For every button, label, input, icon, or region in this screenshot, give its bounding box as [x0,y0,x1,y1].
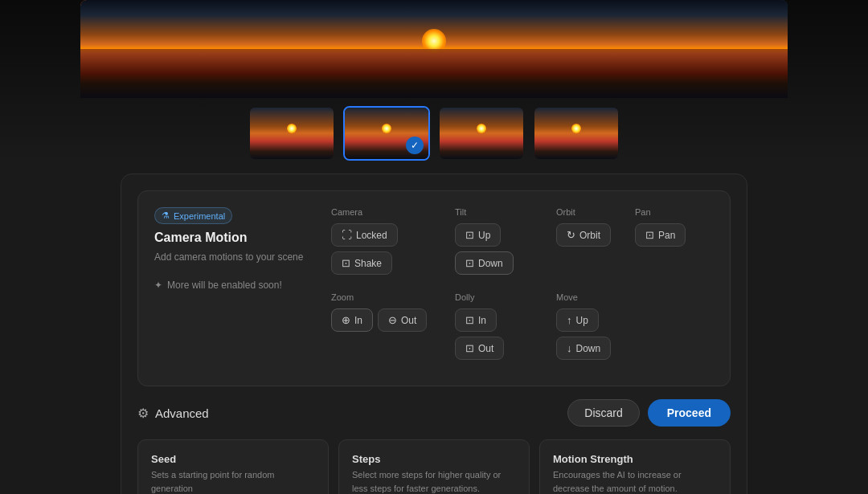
move-label: Move [556,292,625,302]
discard-button[interactable]: Discard [567,399,639,427]
move-up-label: Up [576,315,588,326]
steps-title: Steps [352,453,516,465]
top-image-area: ✓ [0,0,868,161]
orbit-label-txt: Orbit [579,230,600,241]
tilt-down-label: Down [478,258,503,269]
advanced-row: ⚙ Advanced Discard Proceed [137,399,731,427]
seed-card: Seed Sets a starting point for random ge… [137,439,329,494]
orbit-label: Orbit [556,207,625,217]
motion-strength-card: Motion Strength Encourages the AI to inc… [539,439,731,494]
dolly-in-icon: ⊡ [465,314,474,326]
zoom-in-icon: ⊕ [342,314,350,326]
camera-motion-desc: Add camera motions to your scene [154,250,315,264]
pan-buttons: ⊡ Pan [635,223,704,247]
thumb-sun-3 [477,124,486,133]
move-down-icon: ↓ [567,342,572,354]
move-buttons: ↑ Up ↓ Down [556,308,625,360]
pan-button[interactable]: ⊡ Pan [635,223,686,247]
bottom-panel: ⚗ Experimental Camera Motion Add camera … [0,161,868,494]
camera-label: Camera [331,207,445,217]
dolly-in-button[interactable]: ⊡ In [455,308,497,332]
thumb-sun-4 [571,124,581,133]
dolly-buttons: ⊡ In ⊡ Out [455,308,547,360]
thumb-img-4 [534,108,618,159]
thumb-img-1 [250,108,334,159]
pan-label: Pan [635,207,704,217]
tilt-label: Tilt [455,207,547,217]
orbit-buttons: ↻ Orbit [556,223,625,247]
motion-strength-desc: Encourages the AI to increase or decreas… [553,468,717,494]
thumb-sun-1 [287,124,297,133]
selected-checkmark: ✓ [406,137,424,154]
pan-icon: ⊡ [645,229,654,241]
tilt-up-icon: ⊡ [465,229,474,241]
thumbnails-row: ✓ [248,106,620,161]
advanced-text: Advanced [155,406,209,420]
orbit-button[interactable]: ↻ Orbit [556,223,611,247]
move-down-button[interactable]: ↓ Down [556,337,611,360]
tilt-down-icon: ⊡ [465,257,474,269]
zoom-in-button[interactable]: ⊕ In [331,308,373,332]
water-reflection [80,49,788,98]
move-up-button[interactable]: ↑ Up [556,308,599,332]
shake-button[interactable]: ⊡ Shake [331,251,392,275]
settings-cards: Seed Sets a starting point for random ge… [137,439,731,494]
steps-card: Steps Select more steps for higher quali… [338,439,530,494]
more-enabled-label: More will be enabled soon! [167,280,282,291]
move-control-group: Move ↑ Up ↓ Down [556,292,635,369]
more-enabled-button[interactable]: ✦ More will be enabled soon! [154,280,282,291]
steps-desc: Select more steps for higher quality or … [352,468,516,494]
camera-control-group: Camera ⛶ Locked ⊡ Shake [331,207,455,284]
seed-title: Seed [151,453,315,465]
camera-buttons: ⛶ Locked ⊡ Shake [331,223,445,275]
tilt-up-label: Up [478,230,490,241]
sliders-icon: ⚙ [137,406,149,421]
sunset-sky-image [80,0,788,98]
thumbnail-3[interactable] [438,106,525,161]
zoom-out-button[interactable]: ⊖ Out [378,308,427,332]
thumbnail-2[interactable]: ✓ [343,106,430,161]
orbit-icon: ↻ [567,229,575,241]
move-down-label: Down [576,343,601,354]
dolly-in-label: In [478,315,486,326]
dolly-control-group: Dolly ⊡ In ⊡ Out [455,292,556,369]
locked-label: Locked [356,230,387,241]
empty-control-group [635,292,714,369]
tilt-control-group: Tilt ⊡ Up ⊡ Down [455,207,556,284]
thumb-sun-2 [382,124,391,133]
proceed-button[interactable]: Proceed [648,399,731,427]
locked-button[interactable]: ⛶ Locked [331,223,398,247]
expand-icon: ⛶ [342,229,352,241]
camera-motion-title: Camera Motion [154,231,315,245]
camera-motion-right: Camera ⛶ Locked ⊡ Shake [331,207,714,369]
zoom-label: Zoom [331,292,445,302]
outer-card: ⚗ Experimental Camera Motion Add camera … [121,174,747,494]
pan-label-txt: Pan [658,230,675,241]
thumbnail-1[interactable] [248,106,335,161]
experimental-label: Experimental [174,211,225,221]
zoom-control-group: Zoom ⊕ In ⊖ Out [331,292,455,369]
tilt-up-button[interactable]: ⊡ Up [455,223,501,247]
dolly-out-label: Out [478,343,493,354]
zoom-out-icon: ⊖ [388,314,397,326]
main-preview [80,0,788,98]
zoom-out-label: Out [401,315,416,326]
tilt-buttons: ⊡ Up ⊡ Down [455,223,547,275]
shake-icon: ⊡ [342,257,350,269]
shake-label: Shake [354,258,382,269]
advanced-label: ⚙ Advanced [137,406,209,421]
dolly-out-icon: ⊡ [465,342,474,354]
dolly-out-button[interactable]: ⊡ Out [455,337,504,360]
thumb-img-3 [440,108,523,159]
dolly-label: Dolly [455,292,547,302]
camera-motion-card: ⚗ Experimental Camera Motion Add camera … [137,190,731,386]
thumbnail-4[interactable] [533,106,620,161]
tilt-down-button[interactable]: ⊡ Down [455,251,514,275]
experimental-badge: ⚗ Experimental [154,207,232,224]
pan-control-group: Pan ⊡ Pan [635,207,714,284]
move-up-icon: ↑ [567,314,572,326]
action-buttons: Discard Proceed [567,399,731,427]
zoom-buttons: ⊕ In ⊖ Out [331,308,445,332]
seed-desc: Sets a starting point for random generat… [151,468,315,494]
flask-icon: ⚗ [162,210,170,221]
